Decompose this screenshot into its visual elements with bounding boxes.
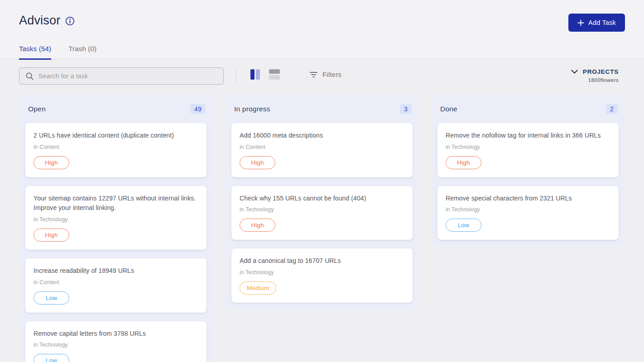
column-title: In progress bbox=[234, 105, 270, 113]
column-title: Done bbox=[440, 105, 457, 113]
card-category: in Technology bbox=[240, 269, 404, 276]
task-card[interactable]: Your sitemap contains 12297 URLs without… bbox=[25, 186, 207, 250]
column-cards: Remove the nofollow tag for internal lin… bbox=[437, 123, 619, 240]
kanban-column: In progress 3 Add 16000 meta description… bbox=[225, 95, 419, 310]
card-title: 2 URLs have identical content (duplicate… bbox=[34, 131, 198, 141]
task-card[interactable]: Increase readability of 18949 URLs in Co… bbox=[25, 258, 207, 313]
priority-badge: Low bbox=[34, 291, 69, 305]
task-card[interactable]: Add a canonical tag to 16707 URLs in Tec… bbox=[231, 248, 413, 303]
toolbar: Filters PROJECTS 1800flowers bbox=[0, 59, 644, 85]
filters-button[interactable]: Filters bbox=[310, 71, 341, 78]
page-title: Advisor bbox=[19, 14, 60, 28]
priority-badge: High bbox=[34, 156, 69, 169]
card-title: Remove the nofollow tag for internal lin… bbox=[446, 131, 610, 141]
priority-badge: Medium bbox=[240, 281, 276, 295]
card-category: in Content bbox=[34, 279, 198, 286]
add-task-label: Add Task bbox=[588, 19, 616, 26]
filter-icon bbox=[310, 72, 317, 77]
column-header: Open 49 bbox=[25, 101, 207, 117]
tab-tasks[interactable]: Tasks (54) bbox=[19, 45, 51, 60]
card-category: in Technology bbox=[446, 144, 610, 150]
search-input[interactable] bbox=[38, 72, 217, 80]
priority-badge: High bbox=[240, 156, 275, 169]
tab-bar: Tasks (54) Trash (0) bbox=[19, 45, 625, 59]
priority-badge: Low bbox=[34, 354, 69, 362]
column-header: Done 2 bbox=[437, 101, 619, 117]
search-box bbox=[19, 67, 224, 85]
card-category: in Content bbox=[34, 144, 198, 150]
filters-label: Filters bbox=[322, 71, 341, 78]
page-header: Advisor Add Task bbox=[0, 0, 644, 59]
column-count-badge: 49 bbox=[190, 104, 206, 114]
card-category: in Technology bbox=[446, 206, 610, 213]
column-count-badge: 2 bbox=[606, 104, 618, 114]
column-count-badge: 3 bbox=[400, 104, 412, 114]
card-category: in Technology bbox=[34, 342, 198, 348]
column-cards: 2 URLs have identical content (duplicate… bbox=[25, 123, 207, 362]
card-title: Your sitemap contains 12297 URLs without… bbox=[34, 194, 198, 213]
task-card[interactable]: Check why 155 URLs cannot be found (404)… bbox=[231, 186, 413, 240]
card-title: Check why 155 URLs cannot be found (404) bbox=[240, 194, 404, 204]
column-cards: Add 16000 meta descriptions in Content H… bbox=[231, 123, 413, 303]
kanban-board: Open 49 2 URLs have identical content (d… bbox=[0, 85, 644, 362]
card-title: Add a canonical tag to 16707 URLs bbox=[240, 256, 404, 266]
toolbar-divider bbox=[235, 68, 236, 84]
card-category: in Technology bbox=[34, 216, 198, 223]
card-title: Remove special characters from 2321 URLs bbox=[446, 194, 610, 204]
tab-trash[interactable]: Trash (0) bbox=[68, 45, 96, 59]
card-title: Add 16000 meta descriptions bbox=[240, 131, 404, 141]
projects-label: PROJECTS bbox=[583, 68, 619, 75]
plus-icon bbox=[577, 19, 584, 26]
card-category: in Content bbox=[240, 144, 404, 150]
task-card[interactable]: 2 URLs have identical content (duplicate… bbox=[25, 123, 207, 177]
info-icon[interactable] bbox=[65, 16, 75, 26]
projects-selector[interactable]: PROJECTS bbox=[571, 68, 619, 75]
column-header: In progress 3 bbox=[231, 101, 413, 117]
kanban-view-icon[interactable] bbox=[250, 69, 260, 80]
card-title: Increase readability of 18949 URLs bbox=[34, 266, 198, 276]
priority-badge: High bbox=[446, 156, 481, 169]
view-toggle bbox=[250, 69, 280, 80]
projects-dropdown: PROJECTS 1800flowers bbox=[571, 68, 619, 83]
list-view-icon[interactable] bbox=[269, 69, 280, 80]
priority-badge: High bbox=[34, 229, 69, 242]
card-category: in Technology bbox=[240, 206, 404, 213]
search-icon bbox=[25, 72, 34, 81]
priority-badge: Low bbox=[446, 219, 481, 232]
task-card[interactable]: Remove capital letters from 3788 URLs in… bbox=[25, 321, 207, 362]
chevron-down-icon bbox=[571, 70, 578, 74]
project-name: 1800flowers bbox=[588, 77, 619, 83]
add-task-button[interactable]: Add Task bbox=[568, 14, 625, 32]
task-card[interactable]: Add 16000 meta descriptions in Content H… bbox=[231, 123, 413, 177]
kanban-column: Done 2 Remove the nofollow tag for inter… bbox=[431, 95, 625, 247]
task-card[interactable]: Remove the nofollow tag for internal lin… bbox=[437, 123, 619, 177]
priority-badge: High bbox=[240, 219, 275, 232]
advisor-page: Advisor Add Task bbox=[0, 0, 644, 362]
column-title: Open bbox=[28, 105, 46, 113]
task-card[interactable]: Remove special characters from 2321 URLs… bbox=[437, 186, 619, 240]
card-title: Remove capital letters from 3788 URLs bbox=[34, 329, 198, 339]
kanban-column: Open 49 2 URLs have identical content (d… bbox=[19, 95, 213, 362]
